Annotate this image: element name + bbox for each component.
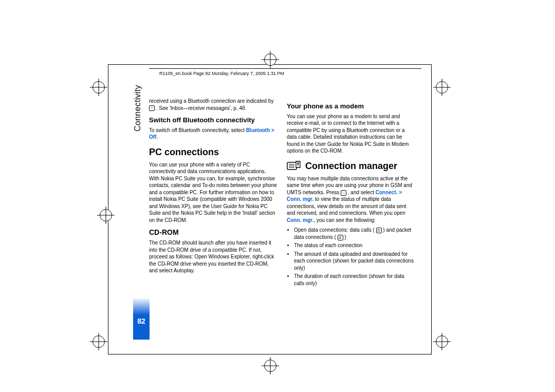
crop-mark-icon bbox=[92, 81, 105, 94]
bullet-list: Open data connections: data calls ( D ) … bbox=[287, 227, 415, 287]
heading-phone-modem: Your phone as a modem bbox=[287, 102, 415, 111]
menu-key-icon: ⁝ bbox=[341, 190, 346, 196]
list-item: The status of each connection bbox=[294, 242, 415, 249]
crop-mark-icon bbox=[92, 335, 105, 348]
heading-cdrom: CD-ROM bbox=[149, 228, 278, 237]
packet-data-icon: ⇵ bbox=[338, 235, 343, 240]
heading-switch-bluetooth: Switch off Bluetooth connectivity bbox=[149, 116, 278, 125]
crop-mark-icon bbox=[436, 335, 448, 348]
body-text: You can use your phone with a variety of… bbox=[149, 161, 278, 224]
page-number: 82 bbox=[133, 298, 150, 340]
crop-mark-icon bbox=[436, 81, 448, 94]
data-call-icon: D bbox=[376, 228, 382, 233]
left-column: received using a Bluetooth connection ar… bbox=[149, 98, 278, 288]
connection-manager-icon bbox=[287, 160, 301, 172]
bluetooth-msg-icon: * bbox=[149, 105, 155, 111]
crop-mark-icon bbox=[264, 360, 276, 372]
content-area: received using a Bluetooth connection ar… bbox=[149, 98, 417, 288]
body-text: To switch off Bluetooth connectivity, se… bbox=[149, 127, 278, 141]
heading-connection-manager-row: Connection manager bbox=[287, 160, 415, 172]
crop-mark-icon bbox=[264, 53, 276, 66]
heading-connection-manager: Connection manager bbox=[305, 160, 397, 172]
list-item: The duration of each connection (shown f… bbox=[294, 273, 415, 287]
ui-path: Conn. mgr. bbox=[287, 217, 313, 223]
list-item: The amount of data uploaded and download… bbox=[294, 251, 415, 272]
right-column: Your phone as a modem You can use your p… bbox=[287, 98, 415, 288]
body-text: received using a Bluetooth connection ar… bbox=[149, 98, 278, 111]
crop-mark-icon bbox=[100, 209, 112, 221]
heading-pc-connections: PC connections bbox=[149, 146, 278, 158]
body-text: The CD-ROM should launch after you have … bbox=[149, 239, 278, 274]
list-item: Open data connections: data calls ( D ) … bbox=[294, 227, 415, 240]
body-text: You may have multiple data connections a… bbox=[287, 175, 415, 224]
header-meta: R1105_en.book Page 82 Monday, February 7… bbox=[159, 71, 284, 76]
body-text: You can use your phone as a modem to sen… bbox=[287, 113, 415, 155]
header-rule bbox=[149, 68, 421, 69]
section-side-label: Connectivity bbox=[133, 85, 142, 132]
